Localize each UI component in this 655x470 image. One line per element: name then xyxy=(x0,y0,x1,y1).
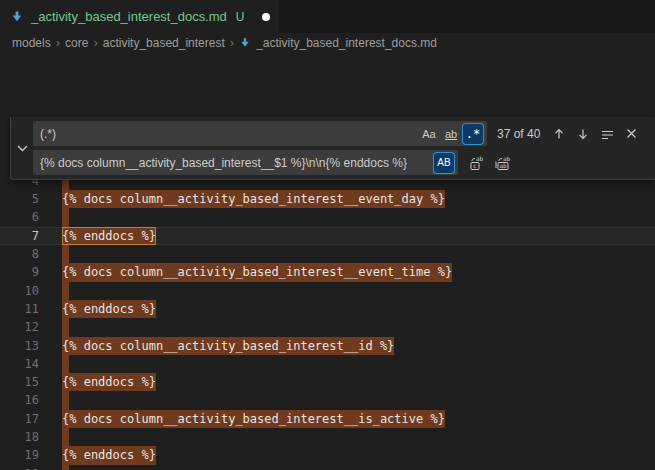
previous-match-button[interactable] xyxy=(549,124,569,144)
line-number: 11 xyxy=(0,300,39,318)
next-match-button[interactable] xyxy=(573,124,593,144)
find-match: {% enddocs %} xyxy=(62,300,156,318)
replace-row: {% docs column__activity_based_interest_… xyxy=(33,150,647,175)
find-match-empty xyxy=(62,245,69,263)
toggle-replace-button[interactable] xyxy=(11,117,33,179)
find-match: {% docs column__activity_based_interest_… xyxy=(62,190,445,208)
code-line[interactable]: 17{% docs column__activity_based_interes… xyxy=(0,410,655,428)
code-line[interactable]: 5{% docs column__activity_based_interest… xyxy=(0,190,655,208)
breadcrumb-item-core[interactable]: core xyxy=(65,36,88,50)
code-line[interactable]: 18 xyxy=(0,428,655,446)
close-find-button[interactable] xyxy=(621,124,641,144)
find-match-empty xyxy=(62,391,69,409)
code-line[interactable]: 14 xyxy=(0,355,655,373)
editor: (.*) Aa ab .* 37 of 40 xyxy=(0,117,655,470)
code-line[interactable]: 12 xyxy=(0,318,655,336)
find-input[interactable]: (.*) Aa ab .* xyxy=(33,121,487,146)
chevron-down-icon xyxy=(17,145,28,152)
svg-text:ab: ab xyxy=(503,155,511,162)
find-widget: (.*) Aa ab .* 37 of 40 xyxy=(10,117,655,180)
breadcrumb-item-models[interactable]: models xyxy=(12,36,51,50)
line-number: 8 xyxy=(0,245,39,263)
arrow-down-icon xyxy=(577,128,589,140)
current-find-match: {% enddocs %} xyxy=(62,227,156,245)
chevron-right-icon: › xyxy=(230,36,234,49)
find-match: {% enddocs %} xyxy=(62,446,156,464)
match-case-button[interactable]: Aa xyxy=(419,124,439,144)
code-line[interactable]: 16 xyxy=(0,391,655,409)
line-number: 14 xyxy=(0,355,39,373)
find-match: {% enddocs %} xyxy=(62,373,156,391)
markdown-file-icon xyxy=(239,37,251,49)
find-match-empty xyxy=(62,428,69,446)
arrow-up-icon xyxy=(553,128,565,140)
line-number: 16 xyxy=(0,391,39,409)
chevron-right-icon: › xyxy=(56,36,60,49)
svg-text:ab: ab xyxy=(476,155,484,162)
code-line[interactable]: 6 xyxy=(0,208,655,226)
vscode-window: { "tab": { "filename": "_activity_based_… xyxy=(0,0,655,470)
find-match-empty xyxy=(62,282,69,300)
line-number: 15 xyxy=(0,373,39,391)
code-line[interactable]: 11{% enddocs %} xyxy=(0,300,655,318)
chevron-right-icon: › xyxy=(93,36,97,49)
selection-icon xyxy=(601,128,614,140)
find-match-empty xyxy=(62,208,69,226)
line-number: 20 xyxy=(0,465,39,470)
code-line[interactable]: 19{% enddocs %} xyxy=(0,446,655,464)
find-match: {% docs column__activity_based_interest_… xyxy=(62,337,394,355)
whole-word-button[interactable]: ab xyxy=(441,124,461,144)
unsaved-indicator[interactable] xyxy=(262,13,270,21)
code-line[interactable]: 8 xyxy=(0,245,655,263)
replace-icon: ab c xyxy=(469,155,485,171)
close-icon xyxy=(626,128,637,139)
line-number: 18 xyxy=(0,428,39,446)
find-match-empty xyxy=(62,465,69,470)
regex-button[interactable]: .* xyxy=(463,124,483,144)
code-line-current[interactable]: 7{% enddocs %} xyxy=(0,227,655,245)
svg-text:c: c xyxy=(473,162,477,169)
replace-all-icon: ab ab xyxy=(494,155,512,171)
markdown-file-icon xyxy=(10,10,24,24)
breadcrumb: models › core › activity_based_interest … xyxy=(0,33,655,52)
tab-bar: _activity_based_interest_docs.md U xyxy=(0,0,655,33)
code-line[interactable]: 10 xyxy=(0,282,655,300)
code-line[interactable]: 9{% docs column__activity_based_interest… xyxy=(0,263,655,281)
replace-all-button[interactable]: ab ab xyxy=(493,153,513,173)
breadcrumb-item-file[interactable]: _activity_based_interest_docs.md xyxy=(256,36,437,50)
line-number: 10 xyxy=(0,282,39,300)
preserve-case-button[interactable]: AB xyxy=(434,153,454,173)
find-match: {% docs column__activity_based_interest_… xyxy=(62,410,445,428)
replace-value: {% docs column__activity_based_interest_… xyxy=(40,156,407,170)
find-match-empty xyxy=(62,355,69,373)
git-status-badge: U xyxy=(236,10,245,24)
line-number: 5 xyxy=(0,190,39,208)
line-number: 6 xyxy=(0,208,39,226)
line-number: 7 xyxy=(0,227,39,245)
line-number: 17 xyxy=(0,410,39,428)
replace-input[interactable]: {% docs column__activity_based_interest_… xyxy=(33,150,458,175)
find-query: (.*) xyxy=(40,127,56,141)
code-line[interactable]: 20 xyxy=(0,465,655,470)
tab-active[interactable]: _activity_based_interest_docs.md U xyxy=(0,0,278,33)
find-in-selection-button[interactable] xyxy=(597,124,617,144)
svg-text:ab: ab xyxy=(500,162,508,169)
breadcrumb-item-folder[interactable]: activity_based_interest xyxy=(103,36,225,50)
line-number: 19 xyxy=(0,446,39,464)
find-row: (.*) Aa ab .* 37 of 40 xyxy=(33,121,647,146)
line-number: 13 xyxy=(0,337,39,355)
code-line[interactable]: 15{% enddocs %} xyxy=(0,373,655,391)
find-match: {% docs column__activity_based_interest_… xyxy=(62,263,452,281)
replace-button[interactable]: ab c xyxy=(467,153,487,173)
tab-filename: _activity_based_interest_docs.md xyxy=(31,9,227,24)
find-match-empty xyxy=(62,318,69,336)
code-line[interactable]: 13{% docs column__activity_based_interes… xyxy=(0,337,655,355)
match-count: 37 of 40 xyxy=(497,127,540,141)
line-number: 9 xyxy=(0,263,39,281)
line-number: 12 xyxy=(0,318,39,336)
